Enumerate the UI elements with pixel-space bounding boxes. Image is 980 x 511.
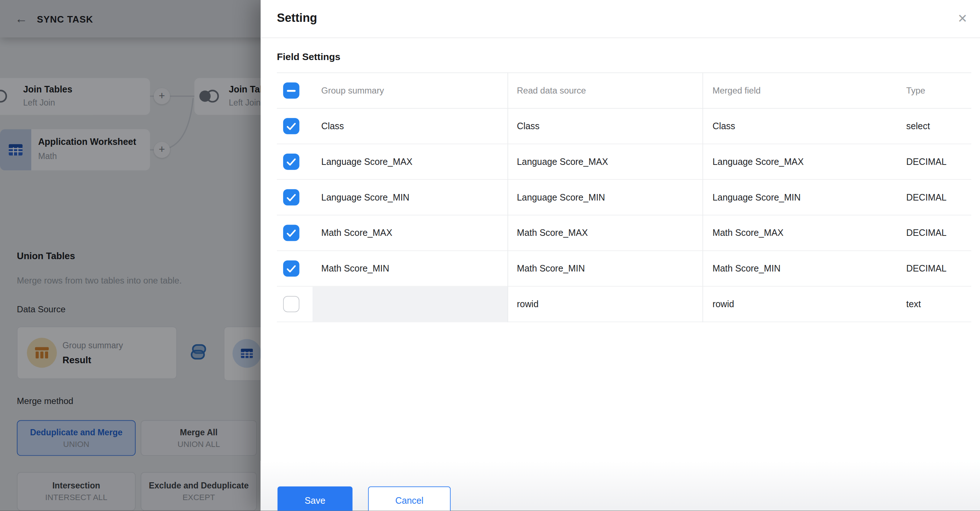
disabled-cell [313, 286, 508, 321]
table-row: Language Score_MAXLanguage Score_MAXLang… [277, 144, 971, 180]
panel-title: Setting [277, 11, 317, 25]
field-settings-table: Group summary Read data source Merged fi… [277, 72, 971, 322]
cell-read-data-source: Math Score_MIN [517, 263, 585, 273]
cell-type: DECIMAL [907, 228, 947, 238]
cell-read-data-source: Language Score_MIN [517, 192, 605, 202]
cell-merged-field: Language Score_MIN [713, 192, 801, 202]
table-row: rowidrowidtext [277, 286, 971, 322]
cell-merged-field: Math Score_MIN [713, 263, 781, 273]
cell-read-data-source: Language Score_MAX [517, 157, 608, 167]
panel-header: Setting ✕ [261, 0, 980, 38]
cell-group-summary: Language Score_MAX [321, 157, 412, 167]
table-row: Math Score_MAXMath Score_MAXMath Score_M… [277, 216, 971, 251]
cell-merged-field: Class [713, 121, 735, 131]
table-header-row: Group summary Read data source Merged fi… [277, 72, 971, 109]
column-header: Read data source [517, 86, 586, 95]
cell-group-summary: Language Score_MIN [321, 192, 409, 202]
cell-read-data-source: Class [517, 121, 539, 131]
field-settings-title: Field Settings [277, 51, 340, 63]
cell-group-summary: Class [321, 121, 344, 131]
cell-type: DECIMAL [907, 157, 947, 167]
close-icon[interactable]: ✕ [958, 11, 967, 25]
cell-type: DECIMAL [907, 192, 947, 202]
row-checkbox[interactable] [283, 154, 299, 170]
table-row: Language Score_MINLanguage Score_MINLang… [277, 180, 971, 216]
row-checkbox[interactable] [283, 189, 299, 206]
table-row: ClassClassClassselect [277, 109, 971, 144]
cell-read-data-source: Math Score_MAX [517, 228, 588, 238]
setting-panel: Setting ✕ Field Settings Group summary R… [261, 0, 980, 511]
select-all-checkbox[interactable] [283, 82, 299, 98]
cell-read-data-source: rowid [517, 299, 538, 309]
cell-merged-field: Math Score_MAX [713, 228, 784, 238]
table-row: Math Score_MINMath Score_MINMath Score_M… [277, 251, 971, 287]
cell-group-summary: Math Score_MAX [321, 228, 392, 238]
row-checkbox[interactable] [283, 225, 299, 241]
column-divider [702, 72, 703, 322]
cell-group-summary: Math Score_MIN [321, 263, 390, 273]
cell-type: DECIMAL [907, 263, 947, 273]
column-divider [508, 72, 508, 322]
cell-type: select [907, 121, 930, 131]
cell-type: text [907, 299, 921, 309]
screen: ← SYNC TASK Join Tables Left Join Join T… [0, 0, 980, 511]
row-checkbox[interactable] [283, 296, 299, 312]
row-checkbox[interactable] [283, 260, 299, 277]
cancel-button[interactable]: Cancel [368, 486, 450, 511]
save-button[interactable]: Save [278, 486, 353, 511]
row-checkbox[interactable] [283, 118, 299, 134]
column-header: Merged field [713, 86, 761, 95]
cell-merged-field: Language Score_MAX [713, 157, 804, 167]
column-header: Type [907, 86, 925, 95]
column-header: Group summary [321, 86, 384, 95]
cell-merged-field: rowid [713, 299, 734, 309]
